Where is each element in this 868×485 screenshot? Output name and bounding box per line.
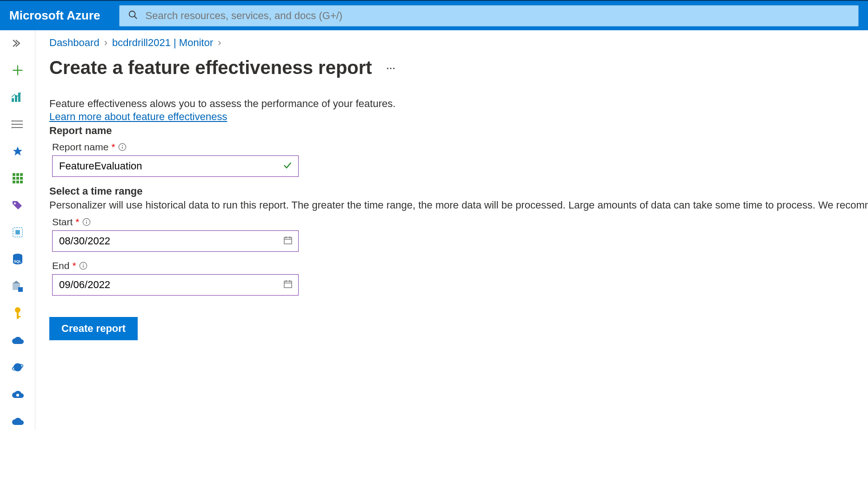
svg-point-49 <box>83 264 84 265</box>
svg-rect-50 <box>284 281 292 288</box>
report-name-section-title: Report name <box>49 125 868 137</box>
cloud-service-1-icon[interactable] <box>8 332 27 349</box>
resource-groups-icon[interactable] <box>8 224 27 241</box>
search-icon <box>128 10 138 22</box>
svg-rect-15 <box>16 173 19 176</box>
storage-icon[interactable] <box>8 278 27 295</box>
report-name-label-text: Report name <box>52 141 108 153</box>
svg-line-1 <box>134 16 137 19</box>
expand-menu-icon[interactable] <box>8 35 27 52</box>
key-icon[interactable] <box>8 305 27 322</box>
svg-point-23 <box>14 202 16 204</box>
svg-rect-17 <box>13 177 15 180</box>
svg-rect-32 <box>17 312 19 319</box>
more-actions-icon[interactable]: ⋯ <box>386 62 396 74</box>
svg-marker-13 <box>13 147 22 155</box>
time-range-description: Personalizer will use historical data to… <box>49 198 868 212</box>
sql-database-icon[interactable]: SQL <box>8 251 27 268</box>
svg-point-11 <box>12 124 12 125</box>
search-input[interactable] <box>145 9 850 22</box>
learn-more-link[interactable]: Learn more about feature effectiveness <box>49 111 227 122</box>
end-date-input[interactable] <box>58 278 283 291</box>
breadcrumb: Dashboard › bcdrdrill2021 | Monitor › <box>49 37 868 49</box>
page-description: Feature effectiveness alows you to asses… <box>49 97 868 111</box>
end-date-label: End * <box>52 260 868 271</box>
cosmos-db-icon[interactable] <box>8 359 27 376</box>
svg-rect-30 <box>18 287 23 292</box>
start-label-text: Start <box>52 216 73 228</box>
svg-rect-25 <box>16 230 20 234</box>
all-services-icon[interactable] <box>8 116 27 133</box>
start-date-field-wrap <box>52 230 299 252</box>
info-icon[interactable] <box>79 262 87 270</box>
start-date-label: Start * <box>52 216 868 228</box>
report-name-label: Report name * <box>52 141 868 153</box>
breadcrumb-dashboard[interactable]: Dashboard <box>49 37 100 49</box>
dashboard-icon[interactable] <box>8 89 27 106</box>
favorite-star-icon[interactable] <box>8 143 27 160</box>
required-asterisk: * <box>72 260 76 271</box>
global-search[interactable] <box>119 5 859 27</box>
info-icon[interactable] <box>82 218 91 226</box>
svg-rect-43 <box>284 237 292 244</box>
brand-label[interactable]: Microsoft Azure <box>9 8 100 23</box>
required-asterisk: * <box>111 141 115 153</box>
cloud-service-3-icon[interactable] <box>8 413 27 430</box>
svg-rect-14 <box>13 173 15 176</box>
svg-point-39 <box>122 145 123 146</box>
svg-rect-4 <box>12 98 14 102</box>
end-label-text: End <box>52 260 69 271</box>
svg-rect-18 <box>16 177 19 180</box>
calendar-icon[interactable] <box>283 236 293 247</box>
tags-icon[interactable] <box>8 197 27 214</box>
svg-marker-29 <box>13 281 20 283</box>
svg-rect-33 <box>17 316 20 317</box>
page-title-text: Create a feature effectiveness report <box>49 57 372 78</box>
svg-point-12 <box>12 127 12 128</box>
report-name-field-wrap <box>52 155 299 177</box>
svg-rect-21 <box>16 181 19 183</box>
cloud-service-2-icon[interactable] <box>8 386 27 403</box>
main-content: Dashboard › bcdrdrill2021 | Monitor › Cr… <box>35 30 868 430</box>
svg-point-42 <box>86 220 87 221</box>
report-name-input[interactable] <box>58 160 282 173</box>
time-range-section-title: Select a time range <box>49 185 868 197</box>
sidebar: SQL <box>0 30 35 430</box>
all-resources-icon[interactable] <box>8 170 27 187</box>
end-date-field-wrap <box>52 274 299 296</box>
svg-rect-19 <box>20 177 23 180</box>
start-date-input[interactable] <box>58 235 283 248</box>
svg-point-10 <box>12 121 12 121</box>
create-report-button[interactable]: Create report <box>49 317 138 340</box>
breadcrumb-resource[interactable]: bcdrdrill2021 | Monitor <box>112 37 213 49</box>
page-title: Create a feature effectiveness report ⋯ <box>49 57 868 78</box>
svg-point-31 <box>15 307 20 313</box>
chevron-right-icon: › <box>104 37 107 49</box>
svg-rect-20 <box>13 181 15 183</box>
svg-rect-22 <box>20 181 23 183</box>
chevron-right-icon: › <box>218 37 221 49</box>
top-bar: Microsoft Azure <box>0 0 868 30</box>
svg-point-0 <box>129 11 135 17</box>
calendar-icon[interactable] <box>283 279 293 290</box>
create-resource-icon[interactable] <box>8 62 27 79</box>
required-asterisk: * <box>75 216 79 228</box>
svg-text:SQL: SQL <box>13 259 21 263</box>
svg-point-36 <box>16 394 19 397</box>
info-icon[interactable] <box>118 143 127 151</box>
svg-rect-16 <box>20 173 23 176</box>
valid-check-icon <box>282 160 293 172</box>
